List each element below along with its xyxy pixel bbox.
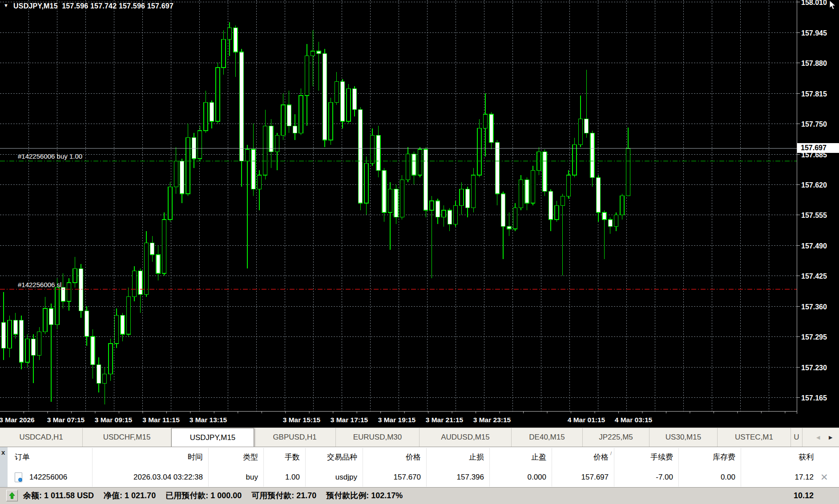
tab-jp225-m5[interactable]: JP225,M5 <box>583 428 649 447</box>
panel-close-button[interactable]: x <box>1 449 5 456</box>
col-header-4[interactable]: 交易品种 <box>327 447 357 467</box>
current-price-tag: 157.697 <box>797 143 839 153</box>
column-separator <box>208 448 209 487</box>
sort-indicator: / <box>610 451 612 456</box>
price-axis-label: 157.165 <box>801 394 827 402</box>
chart-area[interactable]: 158.010157.945157.880157.815157.750157.6… <box>0 0 839 428</box>
col-header-5[interactable]: 价格 <box>406 447 421 467</box>
tab-us30-m15[interactable]: US30,M15 <box>649 428 718 447</box>
column-separator <box>552 448 552 487</box>
floating-profit-total: 10.12 <box>794 488 814 504</box>
connection-status-button[interactable] <box>6 490 18 501</box>
price-axis-label: 157.490 <box>801 242 827 250</box>
col-header-10[interactable]: 库存费 <box>713 447 735 467</box>
tab-audusd-m15[interactable]: AUDUSD,M15 <box>420 428 512 447</box>
col-header-6[interactable]: 止损 <box>469 447 484 467</box>
green-up-arrow-icon <box>8 492 16 499</box>
price-axis-label: 157.230 <box>801 364 827 372</box>
order-cell-2: buy <box>246 467 258 488</box>
tab-eurusd-m30[interactable]: EURUSD,M30 <box>336 428 420 447</box>
price-axis-label: 157.815 <box>801 90 827 98</box>
col-header-0[interactable]: 订单 <box>15 447 30 467</box>
chart-tab-bar: USDCAD,H1USDCHF,M15USDJPY,M15GBPUSD,H1EU… <box>0 428 839 447</box>
column-separator <box>305 448 306 487</box>
tab-de40-m15[interactable]: DE40,M15 <box>512 428 583 447</box>
column-separator <box>741 448 741 487</box>
col-header-11[interactable]: 获利 <box>799 447 814 467</box>
tab-usdcad-h1[interactable]: USDCAD,H1 <box>0 428 83 447</box>
price-axis-label: 157.880 <box>801 60 827 67</box>
order-cell-1: 2026.03.04 03:22:38 <box>133 467 203 488</box>
order-cell-7: 0.000 <box>527 467 546 488</box>
stop-loss-label: #142256006 sl <box>18 281 61 288</box>
price-axis-label: 157.555 <box>801 212 827 219</box>
time-axis-label: 3 Mar 19:15 <box>378 416 416 424</box>
chart-dropdown-caret-icon[interactable]: ▼ <box>4 3 8 8</box>
order-cell-3: 1.00 <box>285 467 300 488</box>
tab-usdjpy-m15[interactable]: USDJPY,M15 <box>171 428 254 447</box>
price-axis-label: 158.010 <box>801 0 827 6</box>
tab-u[interactable]: U <box>791 428 803 447</box>
tab-ustec-m1[interactable]: USTEC,M1 <box>718 428 791 447</box>
buy-position-label: #142256006 buy 1.00 <box>18 152 82 160</box>
time-axis-label: 4 Mar 03:15 <box>615 416 653 424</box>
status-part-0: 余额: 1 011.58 USD <box>23 491 94 500</box>
column-separator <box>92 448 93 487</box>
col-header-3[interactable]: 手数 <box>285 447 300 467</box>
time-axis-label: 3 Mar 21:15 <box>426 416 464 424</box>
price-axis-label: 157.295 <box>801 333 827 341</box>
chart-title: USDJPY,M15 157.596 157.742 157.596 157.6… <box>13 2 173 10</box>
close-order-button[interactable]: ✕ <box>820 467 828 488</box>
time-axis-label: 3 Mar 13:15 <box>190 416 227 424</box>
column-separator <box>426 448 427 487</box>
account-status-bar: 余额: 1 011.58 USD净值: 1 021.70已用预付款: 1 000… <box>0 487 839 504</box>
time-axis-label: 3 Mar 15:15 <box>283 416 321 424</box>
status-part-2: 已用预付款: 1 000.00 <box>165 491 242 500</box>
price-axis-label: 157.425 <box>801 272 827 280</box>
order-cell-9: -7.00 <box>656 467 673 488</box>
order-cell-4: usdjpy <box>335 467 357 488</box>
time-axis-label: 3 Mar 2026 <box>0 416 35 424</box>
column-separator <box>489 448 490 487</box>
order-cell-8: 157.697 <box>581 467 609 488</box>
column-separator <box>678 448 679 487</box>
tab-gbpusd-h1[interactable]: GBPUSD,H1 <box>254 428 336 447</box>
chart-ohlc: 157.596 157.742 157.596 157.697 <box>62 2 173 10</box>
tab-scroll-controls: ◄ ► <box>811 428 837 447</box>
order-cell-6: 157.396 <box>457 467 484 488</box>
time-axis-label: 3 Mar 23:15 <box>473 416 511 424</box>
time-axis-label: 3 Mar 07:15 <box>47 416 85 424</box>
col-header-1[interactable]: 时间 <box>188 447 203 467</box>
column-separator <box>263 448 264 487</box>
time-axis-label: 4 Mar 01:15 <box>568 416 605 424</box>
tab-scroll-right-icon[interactable]: ► <box>827 434 834 441</box>
col-header-9[interactable]: 手续费 <box>650 447 673 467</box>
price-axis-label: 157.750 <box>801 120 827 128</box>
status-part-1: 净值: 1 021.70 <box>104 491 156 500</box>
price-axis-label: 157.620 <box>801 181 827 189</box>
mouse-cursor <box>828 0 837 11</box>
column-separator <box>363 448 363 487</box>
candles <box>2 22 630 404</box>
status-part-3: 可用预付款: 21.70 <box>251 491 316 500</box>
tab-usdchf-m15[interactable]: USDCHF,M15 <box>83 428 171 447</box>
order-cell-5: 157.670 <box>394 467 421 488</box>
time-axis-label: 3 Mar 11:15 <box>142 416 180 424</box>
order-cell-0[interactable]: 142256006 <box>29 467 67 488</box>
status-part-4: 预付款比例: 102.17% <box>326 491 403 500</box>
col-header-7[interactable]: 止盈 <box>531 447 546 467</box>
order-cell-10: 0.00 <box>721 467 735 488</box>
time-axis-label: 3 Mar 09:15 <box>95 416 133 424</box>
order-cell-11: 17.12 <box>795 467 814 488</box>
price-chart-canvas[interactable]: 158.010157.945157.880157.815157.750157.6… <box>0 0 839 428</box>
account-summary: 余额: 1 011.58 USD净值: 1 021.70已用预付款: 1 000… <box>23 488 412 504</box>
trade-orders-panel: x / ✕ 订单时间类型手数交易品种价格止损止盈价格手续费库存费获利142256… <box>0 447 839 487</box>
column-separator <box>614 448 614 487</box>
order-buy-dot-icon <box>18 478 22 482</box>
tab-scroll-left-icon[interactable]: ◄ <box>815 434 821 441</box>
col-header-8[interactable]: 价格 <box>593 447 609 467</box>
time-axis-label: 3 Mar 17:15 <box>331 416 368 424</box>
order-type-icon <box>15 472 22 482</box>
col-header-2[interactable]: 类型 <box>243 447 258 467</box>
price-axis-label: 157.945 <box>801 29 827 37</box>
